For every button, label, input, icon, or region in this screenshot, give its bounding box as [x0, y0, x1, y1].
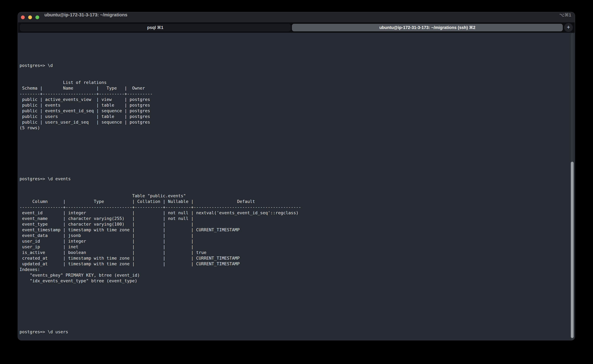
- psql-prompt: postgres=>: [20, 329, 48, 334]
- command-line: postgres=> \d events: [20, 176, 565, 182]
- tab-psql-label: psql ⌘1: [147, 25, 163, 30]
- command-output: List of relations Schema | Name | Type |…: [20, 80, 565, 131]
- psql-block-list-relations: postgres=> \d List of relations Schema |…: [20, 51, 565, 142]
- window-title: ubuntu@ip-172-31-3-173: ~/migrations: [44, 12, 127, 22]
- window-shortcut-hint: ⌥⌘1: [559, 12, 571, 22]
- traffic-lights: [21, 12, 39, 22]
- command-text: \d: [48, 63, 53, 68]
- titlebar[interactable]: ubuntu@ip-172-31-3-173: ~/migrations ⌥⌘1: [18, 12, 575, 22]
- zoom-button[interactable]: [35, 15, 39, 19]
- command-output: Table "public.events" Column | Type | Co…: [20, 193, 565, 284]
- psql-block-describe-users: postgres=> \d users Table "public.users"…: [20, 318, 565, 340]
- terminal-window: ubuntu@ip-172-31-3-173: ~/migrations ⌥⌘1…: [18, 12, 575, 340]
- command-text: \d events: [48, 176, 71, 181]
- terminal-screen[interactable]: postgres=> \d List of relations Schema |…: [18, 33, 575, 340]
- psql-prompt: postgres=>: [20, 176, 48, 181]
- psql-block-describe-events: postgres=> \d events Table "public.event…: [20, 165, 565, 295]
- command-line: postgres=> \d users: [20, 329, 565, 335]
- command-line: postgres=> \d: [20, 63, 565, 68]
- tab-bar: psql ⌘1 ubuntu@ip-172-31-3-173: ~/migrat…: [18, 22, 575, 33]
- scrollbar-thumb[interactable]: [571, 162, 574, 338]
- minimize-button[interactable]: [28, 15, 32, 19]
- psql-prompt: postgres=>: [20, 63, 48, 68]
- close-button[interactable]: [21, 15, 25, 19]
- tab-psql[interactable]: psql ⌘1: [20, 24, 291, 31]
- tab-ssh[interactable]: ubuntu@ip-172-31-3-173: ~/migrations (ss…: [292, 24, 563, 31]
- command-text: \d users: [48, 329, 68, 334]
- new-tab-button[interactable]: +: [564, 23, 573, 32]
- tab-ssh-label: ubuntu@ip-172-31-3-173: ~/migrations (ss…: [379, 25, 475, 30]
- scrollbar-track[interactable]: [571, 33, 574, 340]
